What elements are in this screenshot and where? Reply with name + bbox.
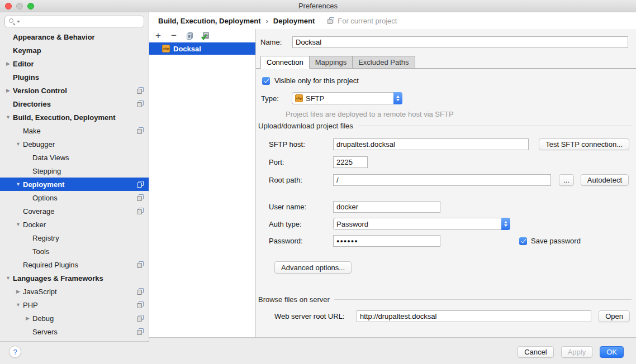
sidebar-item-tools[interactable]: Tools xyxy=(0,245,149,258)
sidebar-item-make[interactable]: Make xyxy=(0,124,149,137)
visible-only-label: Visible only for this project xyxy=(274,76,359,85)
per-project-icon xyxy=(137,261,144,268)
use-as-default-button[interactable] xyxy=(200,31,210,41)
sidebar-item-label: Keymap xyxy=(13,46,144,55)
breadcrumb: Build, Execution, Deployment › Deploymen… xyxy=(149,12,636,29)
chevron-right-icon[interactable]: ▶ xyxy=(23,315,32,321)
root-path-label: Root path: xyxy=(269,176,333,184)
sidebar-item-required-plugins[interactable]: Required Plugins xyxy=(0,258,149,271)
sftp-host-label: SFTP host: xyxy=(269,140,333,149)
server-list-toolbar: + − xyxy=(149,29,255,42)
sidebar-item-label: Editor xyxy=(13,60,144,68)
sidebar-item-debug[interactable]: ▶Debug xyxy=(0,312,149,325)
sidebar-item-label: Coverage xyxy=(23,207,137,215)
browse-section-header: Browse files on server xyxy=(258,295,632,304)
sidebar-item-label: Required Plugins xyxy=(23,261,137,269)
apply-button[interactable]: Apply xyxy=(561,346,593,358)
minimize-window-button[interactable] xyxy=(16,3,23,9)
sidebar-item-javascript[interactable]: ▶JavaScript xyxy=(0,285,149,298)
sidebar-item-php[interactable]: ▼PHP xyxy=(0,298,149,312)
sidebar-item-label: Debug xyxy=(32,314,137,323)
test-sftp-connection-button[interactable]: Test SFTP connection... xyxy=(539,138,629,150)
chevron-down-icon[interactable]: ▼ xyxy=(13,302,23,308)
tab-bar: ConnectionMappingsExcluded Paths xyxy=(256,56,636,69)
name-input[interactable] xyxy=(292,36,628,48)
save-password-label: Save password xyxy=(531,237,581,245)
web-root-input[interactable] xyxy=(357,310,591,322)
type-select[interactable]: sftp SFTP xyxy=(292,92,402,104)
preferences-window: Preferences Appearance & BehaviorKeymap▶… xyxy=(0,0,636,364)
advanced-options-button[interactable]: Advanced options... xyxy=(274,261,352,274)
sidebar-item-stepping[interactable]: Stepping xyxy=(0,164,149,178)
chevron-right-icon[interactable]: ▶ xyxy=(3,61,13,66)
close-window-button[interactable] xyxy=(5,3,12,9)
sidebar-item-keymap[interactable]: Keymap xyxy=(0,44,149,57)
sftp-host-input[interactable] xyxy=(333,138,529,150)
chevron-down-icon[interactable]: ▼ xyxy=(13,141,23,147)
sidebar-item-appearance-behavior[interactable]: Appearance & Behavior xyxy=(0,30,149,44)
scope-label: For current project xyxy=(338,17,397,25)
sidebar-item-options[interactable]: Options xyxy=(0,191,149,204)
auth-type-select[interactable]: Password xyxy=(333,218,510,230)
port-input[interactable] xyxy=(333,156,368,168)
title-bar: Preferences xyxy=(0,0,636,12)
select-stepper-icon xyxy=(501,218,510,230)
root-path-input[interactable] xyxy=(333,174,551,186)
scope-indicator: For current project xyxy=(328,17,397,25)
sidebar-item-coverage[interactable]: Coverage xyxy=(0,204,149,218)
chevron-right-icon[interactable]: ▶ xyxy=(13,289,23,294)
chevron-down-icon[interactable]: ▼ xyxy=(13,222,23,227)
for-current-project-icon xyxy=(328,17,334,24)
sidebar-item-languages-frameworks[interactable]: ▼Languages & Frameworks xyxy=(0,271,149,285)
tab-mappings[interactable]: Mappings xyxy=(309,56,353,68)
chevron-down-icon[interactable]: ▼ xyxy=(13,181,23,187)
remove-server-button[interactable]: − xyxy=(169,31,179,41)
dialog-buttons: Cancel Apply OK xyxy=(518,346,624,358)
window-title: Preferences xyxy=(0,2,636,10)
zoom-window-button[interactable] xyxy=(27,3,34,9)
search-input[interactable] xyxy=(21,17,140,26)
sidebar-item-debugger[interactable]: ▼Debugger xyxy=(0,137,149,151)
chevron-right-icon[interactable]: ▶ xyxy=(3,88,13,93)
sidebar-item-build-execution-deployment[interactable]: ▼Build, Execution, Deployment xyxy=(0,111,149,124)
chevron-down-icon[interactable]: ▼ xyxy=(3,114,13,120)
sidebar-item-plugins[interactable]: Plugins xyxy=(0,70,149,84)
sidebar-item-registry[interactable]: Registry xyxy=(0,231,149,245)
sidebar-item-editor[interactable]: ▶Editor xyxy=(0,57,149,70)
visible-only-checkbox[interactable] xyxy=(262,77,270,85)
sidebar-item-deployment[interactable]: ▼Deployment xyxy=(0,178,149,191)
server-list-panel: + − xyxy=(149,29,255,338)
cancel-button[interactable]: Cancel xyxy=(518,346,553,358)
sidebar-item-label: Deployment xyxy=(23,180,137,189)
sidebar-item-docker[interactable]: ▼Docker xyxy=(0,218,149,231)
autodetect-button[interactable]: Autodetect xyxy=(581,174,629,186)
sidebar-item-directories[interactable]: Directories xyxy=(0,97,149,111)
tab-excluded-paths[interactable]: Excluded Paths xyxy=(352,56,415,68)
user-name-input[interactable] xyxy=(333,201,440,213)
breadcrumb-separator: › xyxy=(265,17,268,25)
search-filter-chevron-icon[interactable] xyxy=(17,21,20,23)
password-input[interactable] xyxy=(333,235,440,247)
tab-connection[interactable]: Connection xyxy=(260,56,310,69)
traffic-lights xyxy=(5,3,34,9)
settings-search[interactable] xyxy=(4,16,144,27)
sidebar-item-version-control[interactable]: ▶Version Control xyxy=(0,84,149,97)
add-server-button[interactable]: + xyxy=(153,31,163,41)
breadcrumb-section[interactable]: Build, Execution, Deployment xyxy=(158,17,260,25)
sftp-type-icon: sftp xyxy=(295,94,303,102)
chevron-down-icon[interactable]: ▼ xyxy=(3,275,13,281)
save-password-checkbox[interactable] xyxy=(519,237,527,245)
sidebar-item-label: Stepping xyxy=(32,167,144,175)
sidebar-item-label: Options xyxy=(32,194,137,202)
sidebar-item-label: Plugins xyxy=(13,73,144,82)
server-list-item-docksal[interactable]: sftp Docksal xyxy=(149,42,255,55)
sidebar-item-label: Appearance & Behavior xyxy=(13,33,144,41)
copy-server-button[interactable] xyxy=(184,31,194,41)
browse-root-path-button[interactable]: ... xyxy=(559,174,574,186)
ok-button[interactable]: OK xyxy=(600,346,624,358)
sidebar-item-data-views[interactable]: Data Views xyxy=(0,151,149,164)
per-project-icon xyxy=(137,208,144,214)
open-url-button[interactable]: Open xyxy=(599,310,630,322)
help-button[interactable]: ? xyxy=(9,346,21,358)
sidebar-item-servers[interactable]: Servers xyxy=(0,325,149,338)
